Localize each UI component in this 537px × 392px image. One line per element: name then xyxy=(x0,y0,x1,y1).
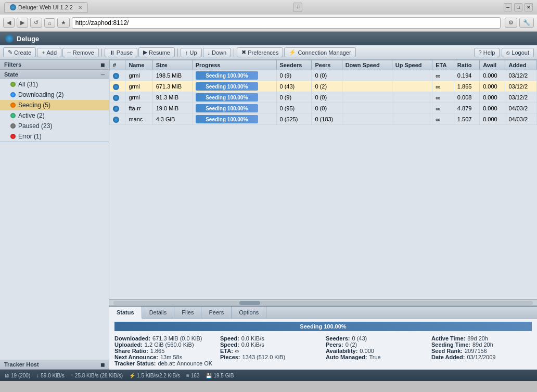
cell-added: 03/12/2 xyxy=(505,70,537,81)
date-added-value: 03/12/2009 xyxy=(467,354,495,360)
main-layout: Filters ◼ State ─ All (31) Downloading (… xyxy=(0,60,537,370)
cell-avail: 0.000 xyxy=(480,81,505,92)
sidebar-item-paused[interactable]: Paused (23) xyxy=(0,121,109,131)
upload-speed-value: 0.0 KiB/s xyxy=(241,342,264,348)
state-collapse-icon[interactable]: ─ xyxy=(101,72,105,78)
app-container: Deluge ✎ Create + Add ─ Remove ⏸ Pause ▶… xyxy=(0,32,537,381)
detail-grid: Downloaded: 671.3 MiB (0.0 KiB) Uploaded… xyxy=(114,335,532,366)
sidebar-item-all[interactable]: All (31) xyxy=(0,79,109,90)
new-tab-button[interactable]: + xyxy=(293,3,302,12)
table-row[interactable]: fta-rr 19.0 MiB Seeding 100.00% 0 (95) 0… xyxy=(110,103,537,114)
home-button[interactable]: ⌂ xyxy=(44,18,55,28)
col-hash[interactable]: # xyxy=(110,60,125,70)
cell-down-speed xyxy=(342,92,392,103)
col-progress[interactable]: Progress xyxy=(192,60,276,70)
close-window-button[interactable]: ✕ xyxy=(525,3,533,11)
cell-hash xyxy=(110,70,125,81)
sidebar-item-downloading[interactable]: Downloading (2) xyxy=(0,90,109,100)
scrollbar-track xyxy=(113,301,533,305)
up-button[interactable]: ↑ Up xyxy=(181,48,202,57)
tab-close-icon[interactable]: ✕ xyxy=(78,5,82,10)
table-row[interactable]: grml 198.5 MiB Seeding 100.00% 0 (9) 0 (… xyxy=(110,70,537,81)
maximize-button[interactable]: □ xyxy=(514,3,522,11)
detail-panel: Status Details Files Peers Options Seedi… xyxy=(109,306,537,370)
cell-name: grml xyxy=(125,81,152,92)
create-button[interactable]: ✎ Create xyxy=(3,47,36,57)
tracker-collapse-icon[interactable]: ◼ xyxy=(100,362,105,368)
eta-row: ETA: ∞ xyxy=(220,348,321,354)
col-up-speed[interactable]: Up Speed xyxy=(392,60,432,70)
cell-down-speed xyxy=(342,81,392,92)
col-eta[interactable]: ETA xyxy=(432,60,454,70)
connection-manager-button[interactable]: ⚡ Connection Manager xyxy=(284,47,355,57)
bookmark-button[interactable]: ★ xyxy=(57,18,70,28)
resume-button[interactable]: ▶ Resume xyxy=(138,47,175,57)
preferences-icon: ✖ xyxy=(241,49,246,56)
down-button[interactable]: ↓ Down xyxy=(203,48,232,57)
preferences-button[interactable]: ✖ Preferences xyxy=(237,47,283,57)
cell-ratio: 0.008 xyxy=(454,92,479,103)
browser-menu-button[interactable]: ⚙ xyxy=(505,18,517,28)
extensions-button[interactable]: 🔧 xyxy=(519,18,534,28)
table-row[interactable]: grml 91.3 MiB Seeding 100.00% 0 (9) 0 (0… xyxy=(110,92,537,103)
back-button[interactable]: ◀ xyxy=(3,18,15,28)
status-disk: 💾 19.5 GiB xyxy=(206,373,234,378)
col-peers[interactable]: Peers xyxy=(312,60,342,70)
col-seeders[interactable]: Seeders xyxy=(276,60,312,70)
tab-status[interactable]: Status xyxy=(109,307,142,319)
app-header: Deluge xyxy=(0,32,537,45)
app-title: Deluge xyxy=(17,35,39,43)
active-time-row: Active Time: 89d 20h xyxy=(431,335,532,342)
availability-row: Availability: 0.000 xyxy=(326,348,426,354)
add-button[interactable]: + Add xyxy=(37,48,61,57)
col-ratio[interactable]: Ratio xyxy=(454,60,479,70)
cell-name: manc xyxy=(125,114,152,125)
filters-collapse-icon[interactable]: ◼ xyxy=(100,62,105,68)
minimize-button[interactable]: ─ xyxy=(504,3,512,11)
col-avail[interactable]: Avail xyxy=(480,60,505,70)
sidebar-item-active[interactable]: Active (2) xyxy=(0,110,109,121)
forward-button[interactable]: ▶ xyxy=(17,18,28,28)
share-ratio-row: Share Ratio: 1.865 xyxy=(114,348,215,354)
status-down-speed: ↓ 59.0 KiB/s xyxy=(36,373,65,378)
downloaded-row: Downloaded: 671.3 MiB (0.0 KiB) xyxy=(114,335,215,342)
logout-button[interactable]: ⎋ Logout xyxy=(502,48,534,57)
remove-icon: ─ xyxy=(67,49,71,56)
cell-seeders: 0 (9) xyxy=(276,92,312,103)
sidebar-spacer xyxy=(0,142,109,360)
scrollbar-thumb[interactable] xyxy=(239,301,260,305)
table-row[interactable]: manc 4.3 GiB Seeding 100.00% 0 (525) 0 (… xyxy=(110,114,537,125)
cell-progress: Seeding 100.00% xyxy=(192,81,276,92)
toolbar-separator-1 xyxy=(101,48,102,57)
tab-details[interactable]: Details xyxy=(142,307,175,318)
tab-options[interactable]: Options xyxy=(232,307,266,318)
tab-peers[interactable]: Peers xyxy=(201,307,232,318)
reload-button[interactable]: ↺ xyxy=(30,18,42,28)
address-bar[interactable] xyxy=(72,17,501,29)
table-row[interactable]: grml 671.3 MiB Seeding 100.00% 0 (43) 0 … xyxy=(110,81,537,92)
col-down-speed[interactable]: Down Speed xyxy=(342,60,392,70)
add-icon: + xyxy=(42,49,45,56)
remove-button[interactable]: ─ Remove xyxy=(62,48,99,57)
cell-name: grml xyxy=(125,92,152,103)
download-speed-value: 0.0 KiB/s xyxy=(241,335,264,342)
cell-name: grml xyxy=(125,70,152,81)
help-button[interactable]: ? Help xyxy=(474,48,500,57)
col-size[interactable]: Size xyxy=(152,60,192,70)
cell-peers: 0 (183) xyxy=(312,114,342,125)
tab-files[interactable]: Files xyxy=(174,307,201,318)
items-count-icon: ≡ xyxy=(186,373,189,378)
cell-seeders: 0 (43) xyxy=(276,81,312,92)
sidebar-item-seeding[interactable]: Seeding (5) xyxy=(0,100,109,110)
pieces-row: Pieces: 1343 (512.0 KiB) xyxy=(220,354,321,360)
horizontal-scrollbar[interactable] xyxy=(109,299,537,306)
active-time-value: 89d 20h xyxy=(467,335,488,342)
col-name[interactable]: Name xyxy=(125,60,152,70)
col-added[interactable]: Added xyxy=(505,60,537,70)
torrent-table-container[interactable]: # Name Size Progress Seeders Peers Down … xyxy=(109,60,537,299)
pause-button[interactable]: ⏸ Pause xyxy=(105,48,137,57)
sidebar-item-error[interactable]: Error (1) xyxy=(0,131,109,142)
cell-progress: Seeding 100.00% xyxy=(192,114,276,125)
detail-content: Seeding 100.00% Downloaded: 671.3 MiB (0… xyxy=(109,319,537,370)
seed-rank-row: Seed Rank: 2097156 xyxy=(431,348,532,354)
